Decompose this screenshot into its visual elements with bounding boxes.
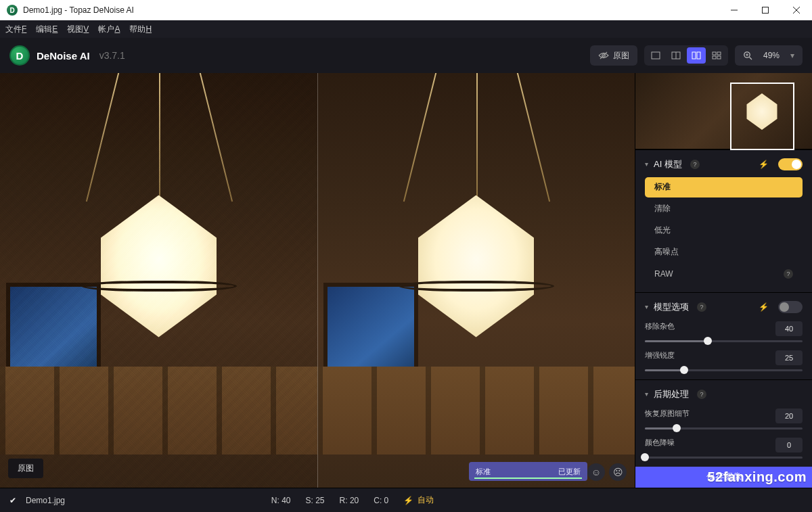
close-button[interactable] (781, 0, 812, 20)
save-image-button[interactable]: 保存图像 52fanxing.com (635, 467, 812, 488)
original-label-badge: 原图 (8, 459, 43, 478)
processing-status-badge: 标准 已更新 (469, 462, 587, 481)
view-split-button[interactable] (667, 47, 685, 64)
svg-rect-1 (763, 7, 769, 14)
menu-account[interactable]: 帐户A (98, 24, 120, 35)
menu-view[interactable]: 视图V (67, 24, 89, 35)
view-sidebyside-button[interactable] (687, 47, 706, 64)
file-check-icon: ✔ (9, 496, 16, 505)
preview-processed (317, 73, 635, 488)
slider-enhance-sharpness: 增强锐度25 (645, 350, 803, 371)
slider-track[interactable] (645, 427, 803, 429)
panel-ai-model: ▾ AI 模型 ? ⚡ 标准 清除 低光 高噪点 RAW? (635, 149, 812, 292)
footer-C: C: 0 (374, 496, 388, 505)
eye-off-icon (598, 51, 609, 60)
svg-rect-6 (652, 52, 660, 59)
panel-model-options: ▾ 模型选项 ? ⚡ 移除杂色40 增强锐度25 (635, 292, 812, 379)
window-titlebar: D Demo1.jpg - Topaz DeNoise AI (0, 0, 812, 20)
footer-filename[interactable]: Demo1.jpg (26, 496, 65, 505)
chevron-down-icon[interactable]: ▾ (645, 390, 648, 398)
settings-sidebar: ▾ AI 模型 ? ⚡ 标准 清除 低光 高噪点 RAW? ▾ 模型选项 (635, 73, 812, 488)
model-raw[interactable]: RAW? (645, 264, 803, 284)
top-toolbar: D DeNoise AI v3.7.1 原图 49% ▾ (0, 38, 812, 73)
bolt-icon: ⚡ (759, 160, 769, 169)
model-clear[interactable]: 清除 (645, 199, 803, 219)
show-original-button[interactable]: 原图 (590, 45, 637, 66)
panel-post-processing: ▾ 后期处理 ? 恢复原图细节20 颜色降噪0 (635, 379, 812, 467)
brand-name: DeNoise AI (37, 50, 90, 62)
help-icon[interactable]: ? (784, 269, 793, 279)
view-grid-button[interactable] (707, 47, 726, 64)
help-icon[interactable]: ? (690, 160, 700, 169)
slider-remove-noise: 移除杂色40 (645, 321, 803, 342)
ai-model-auto-toggle[interactable] (778, 158, 803, 170)
panel-title: 后期处理 (654, 388, 689, 400)
bolt-icon: ⚡ (403, 496, 413, 505)
chevron-down-icon: ▾ (790, 51, 794, 60)
menu-bar: 文件F 编辑E 视图V 帐户A 帮助H (0, 20, 812, 38)
menu-help[interactable]: 帮助H (129, 24, 152, 35)
footer-S: S: 25 (305, 496, 324, 505)
brand-version: v3.7.1 (99, 50, 125, 61)
zoom-icon (743, 51, 752, 60)
minimize-button[interactable] (719, 0, 750, 20)
footer-auto[interactable]: ⚡自动 (403, 494, 434, 506)
help-icon[interactable]: ? (697, 390, 706, 399)
svg-rect-12 (717, 52, 721, 55)
bolt-icon: ⚡ (759, 302, 769, 312)
menu-edit[interactable]: 编辑E (36, 24, 58, 35)
watermark-text: 52fanxing.com (707, 469, 807, 485)
zoom-value: 49% (763, 51, 780, 60)
model-standard[interactable]: 标准 (645, 177, 803, 197)
slider-color-noise: 颜色降噪0 (645, 438, 803, 459)
split-divider[interactable] (317, 73, 318, 488)
maximize-button[interactable] (750, 0, 781, 20)
slider-label: 颜色降噪 (645, 438, 675, 452)
zoom-dropdown[interactable]: 49% ▾ (735, 45, 803, 66)
status-text: 已更新 (528, 467, 588, 477)
panel-title: 模型选项 (654, 301, 689, 313)
slider-track[interactable] (645, 457, 803, 459)
slider-value[interactable]: 25 (775, 350, 803, 365)
svg-rect-11 (713, 52, 716, 55)
slider-value[interactable]: 20 (775, 409, 803, 423)
status-model: 标准 (469, 467, 528, 477)
model-options-auto-toggle[interactable] (778, 301, 803, 313)
svg-rect-14 (717, 56, 721, 59)
navigator-thumbnail[interactable] (635, 73, 812, 149)
model-high-noise[interactable]: 高噪点 (645, 242, 803, 262)
help-icon[interactable]: ? (697, 302, 706, 312)
slider-label: 移除杂色 (645, 321, 675, 336)
show-original-label: 原图 (613, 50, 629, 62)
panel-title: AI 模型 (654, 158, 682, 170)
view-single-button[interactable] (646, 47, 665, 64)
slider-value[interactable]: 40 (775, 321, 803, 336)
slider-value[interactable]: 0 (775, 438, 803, 452)
window-title: Demo1.jpg - Topaz DeNoise AI (23, 5, 719, 15)
chevron-down-icon[interactable]: ▾ (645, 303, 648, 310)
footer-bar: ✔ Demo1.jpg N: 40 S: 25 R: 20 C: 0 ⚡自动 (0, 488, 812, 512)
footer-R: R: 20 (340, 496, 359, 505)
slider-label: 恢复原图细节 (645, 409, 690, 423)
svg-line-16 (750, 57, 752, 60)
slider-track[interactable] (645, 340, 803, 342)
preview-original (0, 73, 317, 488)
slider-track[interactable] (645, 369, 803, 371)
footer-N: N: 40 (271, 496, 291, 505)
preview-canvas[interactable]: 原图 标准 已更新 ☺ ☹ (0, 73, 635, 488)
slider-recover-detail: 恢复原图细节20 (645, 409, 803, 429)
app-logo-icon: D (9, 45, 30, 66)
chevron-down-icon[interactable]: ▾ (645, 160, 648, 168)
svg-rect-10 (697, 52, 700, 59)
model-low-light[interactable]: 低光 (645, 220, 803, 241)
svg-rect-9 (692, 52, 696, 59)
feedback-bad-button[interactable]: ☹ (609, 463, 627, 481)
svg-rect-13 (713, 56, 716, 59)
navigator-viewport[interactable] (730, 83, 794, 150)
app-logo-small-icon: D (7, 5, 18, 16)
slider-label: 增强锐度 (645, 350, 675, 365)
view-mode-group (644, 45, 728, 66)
menu-file[interactable]: 文件F (5, 24, 26, 35)
feedback-good-button[interactable]: ☺ (587, 463, 605, 481)
